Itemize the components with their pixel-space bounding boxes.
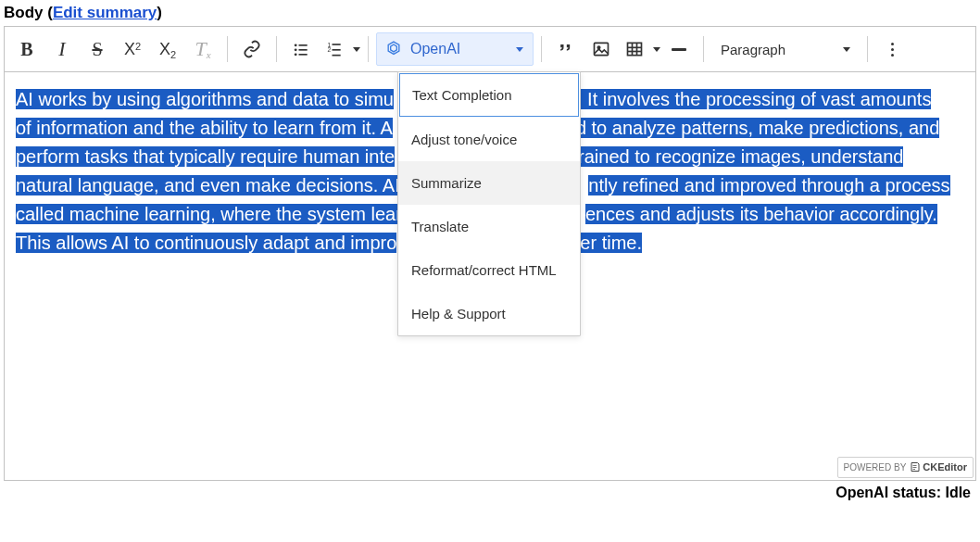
heading-dropdown[interactable]: Paragraph [711,32,860,66]
ckeditor-icon [910,461,921,473]
svg-rect-1 [299,44,308,46]
dropdown-item-help-support[interactable]: Help & Support [398,292,580,335]
svg-rect-3 [299,49,308,51]
separator [227,36,228,62]
bullet-list-button[interactable] [284,32,318,66]
italic-icon: I [58,37,65,61]
svg-rect-7 [333,44,341,45]
openai-icon [384,40,403,58]
text-run: d to analyze patterns, make predictions,… [576,118,939,138]
table-button[interactable] [620,32,649,66]
numbered-list-dropdown[interactable]: 1 2 [320,32,360,66]
separator [541,36,542,62]
svg-point-0 [295,44,297,46]
link-button[interactable] [235,32,269,66]
separator [703,36,704,62]
text-run: of information and the ability to learn … [16,118,393,138]
numbered-list-icon: 1 2 [325,40,344,58]
bold-button[interactable]: B [10,32,44,66]
text-run: er time. [580,233,642,253]
image-icon [592,40,610,58]
table-dropdown[interactable] [620,32,660,66]
field-label: Body (Edit summary) [4,4,976,22]
text-run: AI works by using algorithms and data to… [16,89,394,109]
chevron-down-icon [516,47,523,52]
svg-rect-18 [913,465,917,466]
more-button[interactable] [875,32,909,66]
openai-dropdown-menu: Text Completion Adjust tone/voice Summar… [397,71,581,336]
svg-rect-13 [628,43,642,55]
text-run: rained to recognize images, understand [578,146,903,167]
chevron-down-icon [353,47,360,52]
text-run: ntly refined and improved through a proc… [588,175,949,195]
svg-rect-20 [913,469,916,470]
text-run: This allows AI to continuously adapt and… [16,233,396,253]
dropdown-item-translate[interactable]: Translate [398,205,580,248]
edit-summary-link[interactable]: Edit summary [53,4,157,21]
svg-point-4 [295,53,297,56]
dropdown-item-summarize[interactable]: Summarize [398,161,580,205]
svg-rect-9 [333,49,341,51]
ckeditor-logo: CKEditor [910,460,967,475]
superscript-button[interactable]: X2 [116,32,149,66]
openai-dropdown-button[interactable]: OpenAI [376,32,534,66]
horizontal-rule-icon [672,48,686,51]
text-run: natural language, and even make decision… [16,175,405,195]
numbered-list-button[interactable]: 1 2 [320,32,349,66]
superscript-icon: X2 [124,40,141,59]
svg-rect-10 [333,55,341,57]
kebab-icon [891,43,894,57]
powered-label: POWERED BY [844,460,907,475]
editor: B I S X2 X2 Tx 1 2 [4,26,976,481]
text-run: ences and adjusts its behavior according… [585,204,937,224]
strikethrough-button[interactable]: S [81,32,114,66]
italic-button[interactable]: I [45,32,79,66]
label-suffix: ) [157,4,162,21]
bullet-list-icon [292,40,310,58]
svg-rect-19 [913,467,917,468]
remove-format-icon: Tx [195,37,210,61]
strikethrough-icon: S [92,39,102,60]
link-icon [243,40,261,58]
status-bar: OpenAI status: Idle [4,481,976,501]
dropdown-item-adjust-tone[interactable]: Adjust tone/voice [398,118,580,161]
subscript-button[interactable]: X2 [151,32,184,66]
chevron-down-icon [653,47,660,52]
separator [368,36,369,62]
horizontal-rule-button[interactable] [662,32,696,66]
blockquote-button[interactable] [549,32,583,66]
label-prefix: Body ( [4,4,53,21]
remove-format-button[interactable]: Tx [186,32,220,66]
svg-point-2 [295,48,297,51]
toolbar: B I S X2 X2 Tx 1 2 [5,27,975,72]
chevron-down-icon [843,47,850,52]
separator [867,36,868,62]
svg-rect-11 [595,43,609,55]
dropdown-item-text-completion[interactable]: Text Completion [399,73,579,117]
image-button[interactable] [584,32,618,66]
text-run: perform tasks that typically require hum… [16,146,395,167]
table-icon [625,40,644,58]
svg-rect-5 [299,54,308,56]
text-run: called machine learning, where the syste… [16,204,402,224]
openai-label: OpenAI [410,41,460,57]
heading-label: Paragraph [721,42,785,57]
text-run: . It involves the processing of vast amo… [577,89,931,109]
powered-by-badge[interactable]: POWERED BY CKEditor [837,457,974,478]
svg-text:2: 2 [328,46,332,53]
separator [276,36,277,62]
blockquote-icon [557,40,575,58]
subscript-icon: X2 [159,40,176,59]
bold-icon: B [20,39,32,60]
dropdown-item-reformat-html[interactable]: Reformat/correct HTML [398,248,580,292]
